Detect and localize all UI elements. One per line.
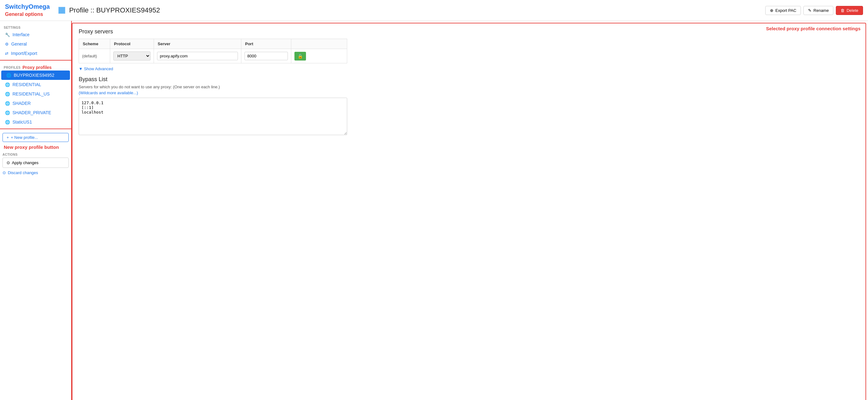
action-header: [291, 39, 347, 49]
app-header: SwitchyOmega General options Profile :: …: [0, 0, 868, 21]
globe-icon-1: 🌐: [5, 82, 10, 87]
header-actions: ⊕ Export PAC ✎ Rename 🗑 Delete: [765, 6, 863, 15]
main-content: Selected proxy profile connection settin…: [72, 23, 866, 400]
bypass-list-title: Bypass List: [79, 76, 859, 83]
globe-icon-5: 🌐: [5, 120, 10, 125]
import-export-icon: ⇄: [5, 51, 8, 56]
bypass-wildcards-link[interactable]: (Wildcards and more available...): [79, 91, 859, 95]
sidebar-item-shader-private[interactable]: 🌐 SHADER_PRIVATE: [0, 108, 71, 117]
chevron-down-icon: ▼: [79, 66, 83, 71]
lock-icon: 🔒: [298, 54, 303, 59]
server-input[interactable]: [157, 52, 238, 60]
profiles-header: PROFILES Proxy profiles: [0, 62, 71, 70]
profiles-section-label: PROFILES: [4, 66, 21, 69]
globe-icon-active: 🌐: [6, 73, 11, 78]
rename-button[interactable]: ✎ Rename: [803, 6, 833, 15]
profile-title: Profile :: BUYPROXIES94952: [69, 6, 762, 14]
server-cell: [154, 49, 241, 63]
new-profile-button[interactable]: + + New profile...: [2, 133, 69, 142]
sidebar-item-staticUS1[interactable]: 🌐 StaticUS1: [0, 117, 71, 127]
export-pac-button[interactable]: ⊕ Export PAC: [765, 6, 801, 15]
globe-icon-3: 🌐: [5, 101, 10, 106]
general-options-label: General options: [5, 11, 43, 17]
app-title: SwitchyOmega General options: [5, 3, 50, 18]
rename-icon: ✎: [808, 8, 811, 13]
export-pac-icon: ⊕: [770, 8, 773, 13]
sidebar: SETTINGS 🔧 Interface ⚙ General ⇄ Import/…: [0, 21, 72, 400]
plus-icon: +: [6, 135, 9, 140]
sidebar-item-buyproxies94952[interactable]: 🌐 BUYPROXIES94952: [1, 70, 70, 80]
protocol-header: Protocol: [110, 39, 154, 49]
sidebar-divider-2: [0, 129, 71, 129]
discard-icon: ⊙: [2, 170, 6, 175]
connection-settings-label: Selected proxy profile connection settin…: [766, 26, 861, 31]
proxy-servers-title: Proxy servers: [79, 28, 859, 35]
scheme-cell: (default): [79, 49, 110, 63]
lock-button[interactable]: 🔒: [294, 52, 306, 61]
proxy-table-row: (default) HTTP HTTPS SOCKS4 SOCKS5: [79, 49, 347, 63]
delete-button[interactable]: 🗑 Delete: [836, 6, 863, 15]
proxy-table-header-row: Scheme Protocol Server Port: [79, 39, 347, 49]
discard-changes-button[interactable]: ⊙ Discard changes: [2, 169, 38, 176]
sidebar-item-residential[interactable]: 🌐 RESIDENTIAL: [0, 80, 71, 89]
proxy-servers-table: Scheme Protocol Server Port (default) HT…: [79, 39, 347, 63]
sidebar-item-residential-us[interactable]: 🌐 RESIDENTIAL_US: [0, 89, 71, 99]
port-header: Port: [241, 39, 291, 49]
sidebar-item-import-export[interactable]: ⇄ Import/Export: [0, 49, 71, 58]
settings-section-label: SETTINGS: [0, 24, 71, 30]
wrench-icon: 🔧: [5, 32, 10, 37]
sidebar-item-shader[interactable]: 🌐 SHADER: [0, 99, 71, 108]
port-input[interactable]: [245, 52, 288, 60]
proxy-profiles-title: Proxy profiles: [23, 65, 52, 70]
main-layout: SETTINGS 🔧 Interface ⚙ General ⇄ Import/…: [0, 21, 868, 400]
port-cell: [241, 49, 291, 63]
protocol-select[interactable]: HTTP HTTPS SOCKS4 SOCKS5: [113, 52, 151, 61]
sidebar-item-interface[interactable]: 🔧 Interface: [0, 30, 71, 39]
lock-cell: 🔒: [291, 49, 347, 63]
protocol-cell: HTTP HTTPS SOCKS4 SOCKS5: [110, 49, 154, 63]
new-profile-annotation: New proxy profile button: [0, 144, 71, 151]
profile-color-indicator: [58, 7, 65, 14]
bypass-desc: Servers for which you do not want to use…: [79, 85, 859, 89]
delete-icon: 🗑: [840, 8, 845, 13]
bypass-textarea[interactable]: 127.0.0.1 [::1] localhost: [79, 98, 347, 135]
globe-icon-2: 🌐: [5, 92, 10, 96]
globe-icon-4: 🌐: [5, 110, 10, 115]
actions-label: ACTIONS: [2, 153, 69, 156]
gear-icon: ⚙: [5, 42, 9, 46]
app-title-text: SwitchyOmega: [5, 3, 50, 10]
show-advanced-button[interactable]: ▼ Show Advanced: [79, 66, 113, 71]
actions-section: ACTIONS ⊙ Apply changes ⊙ Discard change…: [0, 151, 71, 178]
apply-changes-button[interactable]: ⊙ Apply changes: [2, 158, 69, 168]
sidebar-item-general[interactable]: ⚙ General: [0, 39, 71, 49]
apply-changes-icon: ⊙: [6, 160, 10, 165]
scheme-header: Scheme: [79, 39, 110, 49]
server-header: Server: [154, 39, 241, 49]
sidebar-divider: [0, 60, 71, 61]
